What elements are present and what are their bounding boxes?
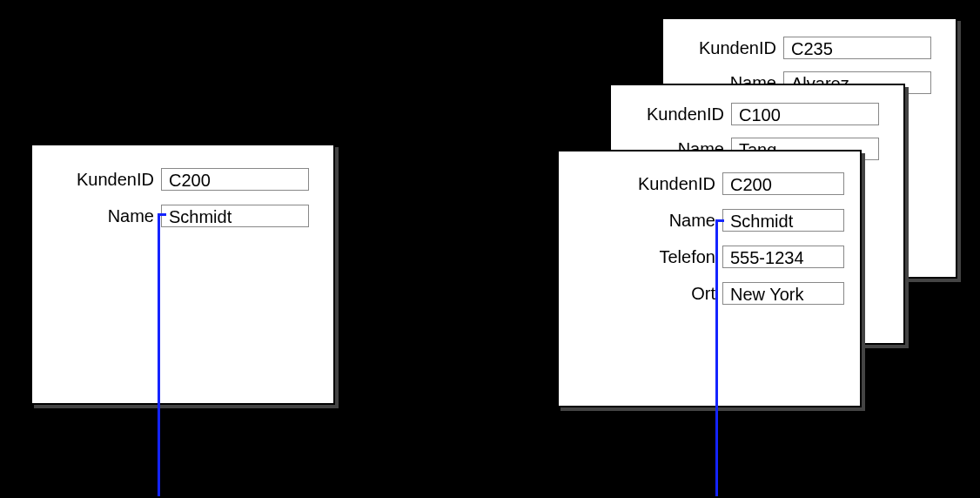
callout-connector-right [715, 219, 718, 496]
value-kundenid[interactable]: C200 [722, 172, 844, 195]
value-name[interactable]: Schmidt [161, 205, 309, 227]
label-ort: Ort [559, 284, 722, 304]
label-telefon: Telefon [559, 247, 722, 267]
value-telefon[interactable]: 555-1234 [722, 246, 844, 268]
value-kundenid[interactable]: C100 [731, 103, 879, 125]
label-kundenid: KundenID [611, 104, 731, 124]
field-row-kundenid: KundenID C100 [611, 101, 903, 127]
right-stack-card-front: KundenID C200 Name Schmidt Telefon 555-1… [557, 150, 862, 407]
field-row-name: Name Schmidt [32, 203, 333, 229]
label-kundenid: KundenID [663, 38, 783, 58]
field-row-kundenid: KundenID C200 [559, 171, 860, 197]
field-row-name: Name Schmidt [559, 207, 860, 233]
value-ort[interactable]: New York [722, 282, 844, 305]
callout-connector-left [158, 213, 160, 496]
field-row-ort: Ort New York [559, 280, 860, 306]
field-row-kundenid: KundenID C235 [663, 35, 956, 61]
field-row-telefon: Telefon 555-1234 [559, 244, 860, 270]
label-kundenid: KundenID [32, 170, 161, 190]
label-name: Name [559, 211, 722, 231]
value-kundenid[interactable]: C200 [161, 168, 309, 191]
field-row-kundenid: KundenID C200 [32, 166, 333, 192]
label-kundenid: KundenID [559, 174, 722, 194]
value-kundenid[interactable]: C235 [783, 37, 931, 59]
left-form-card: KundenID C200 Name Schmidt [30, 144, 335, 405]
value-name[interactable]: Schmidt [722, 209, 844, 232]
label-name: Name [32, 206, 161, 226]
